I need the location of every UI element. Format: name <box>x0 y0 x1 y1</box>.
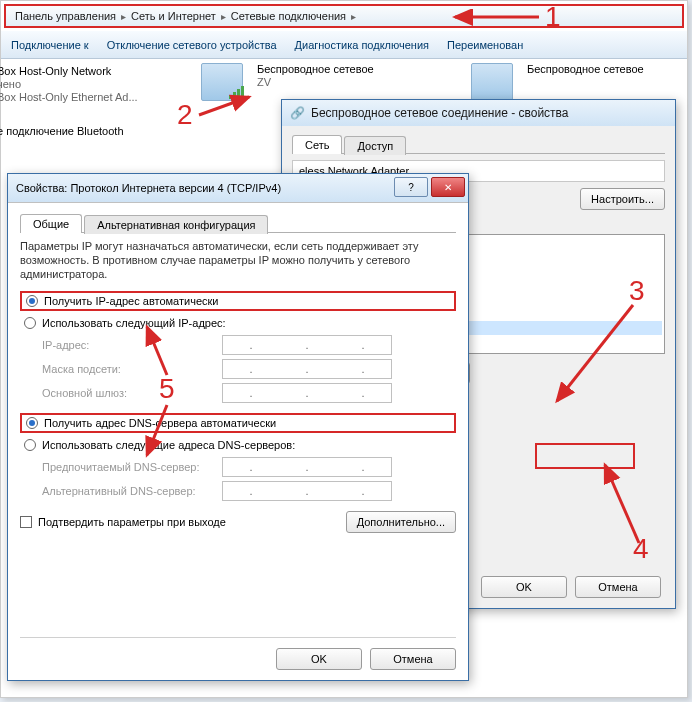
breadcrumb-item[interactable]: Сетевые подключения <box>228 10 349 22</box>
window-titlebar[interactable]: 🔗 Беспроводное сетевое соединение - свой… <box>282 100 675 126</box>
annotation-number: 1 <box>545 1 561 33</box>
tabs: Сеть Доступ <box>292 134 665 154</box>
ip-address-label: IP-адрес: <box>42 339 222 351</box>
radio-label: Получить адрес DNS-сервера автоматически <box>44 417 276 429</box>
tab-general[interactable]: Общие <box>20 214 82 233</box>
connection-adapter: Box Host-Only Ethernet Ad... <box>0 91 138 104</box>
advanced-button[interactable]: Дополнительно... <box>346 511 456 533</box>
radio-label: Получить IP-адрес автоматически <box>44 295 218 307</box>
toolbar: Подключение к Отключение сетевого устрой… <box>1 31 687 59</box>
wifi-signal-icon <box>229 85 244 99</box>
tab-network[interactable]: Сеть <box>292 135 342 154</box>
dns1-label: Предпочитаемый DNS-сервер: <box>42 461 222 473</box>
chevron-right-icon: ▸ <box>219 11 228 22</box>
connection-name: Box Host-Only Network <box>0 65 138 78</box>
radio-icon <box>26 417 38 429</box>
breadcrumb-item[interactable]: Панель управления <box>12 10 119 22</box>
connection-network: ZV <box>257 76 374 89</box>
tabs: Общие Альтернативная конфигурация <box>20 213 456 233</box>
ip-address-input: ... <box>222 335 392 355</box>
window-title: Беспроводное сетевое соединение - свойст… <box>311 106 569 120</box>
gateway-label: Основной шлюз: <box>42 387 222 399</box>
validate-checkbox-row[interactable]: Подтвердить параметры при выходе Дополни… <box>20 511 456 533</box>
dns1-input: ... <box>222 457 392 477</box>
radio-ip-auto[interactable]: Получить IP-адрес автоматически <box>20 291 456 311</box>
radio-icon <box>26 295 38 307</box>
radio-label: Использовать следующий IP-адрес: <box>42 317 226 329</box>
radio-icon <box>24 439 36 451</box>
radio-icon <box>24 317 36 329</box>
chevron-right-icon: ▸ <box>119 11 128 22</box>
connection-item[interactable]: е подключение Bluetooth <box>0 125 124 138</box>
breadcrumb-item[interactable]: Сеть и Интернет <box>128 10 219 22</box>
connection-item[interactable]: Беспроводное сетевое ZV <box>201 63 374 101</box>
annotation-number: 2 <box>177 99 193 131</box>
dns2-label: Альтернативный DNS-сервер: <box>42 485 222 497</box>
network-adapter-icon <box>471 63 513 101</box>
ok-button[interactable]: OK <box>481 576 567 598</box>
close-button[interactable]: ✕ <box>431 177 465 197</box>
connection-name: Беспроводное сетевое <box>257 63 374 76</box>
connection-name: Беспроводное сетевое <box>527 63 644 76</box>
annotation-number: 5 <box>159 373 175 405</box>
gateway-input: ... <box>222 383 392 403</box>
breadcrumb[interactable]: Панель управления ▸ Сеть и Интернет ▸ Се… <box>4 4 684 28</box>
checkbox-label: Подтвердить параметры при выходе <box>38 516 226 528</box>
network-icon: 🔗 <box>290 106 305 120</box>
subnet-mask-label: Маска подсети: <box>42 363 222 375</box>
window-title: Свойства: Протокол Интернета версии 4 (T… <box>16 182 281 194</box>
ipv4-properties-window: Свойства: Протокол Интернета версии 4 (T… <box>7 173 469 681</box>
window-titlebar[interactable]: Свойства: Протокол Интернета версии 4 (T… <box>8 174 468 202</box>
dns2-input: ... <box>222 481 392 501</box>
radio-ip-manual[interactable]: Использовать следующий IP-адрес: <box>20 315 456 331</box>
radio-dns-manual[interactable]: Использовать следующие адреса DNS-сервер… <box>20 437 456 453</box>
chevron-right-icon: ▸ <box>349 11 358 22</box>
annotation-number: 3 <box>629 275 645 307</box>
help-button[interactable]: ? <box>394 177 428 197</box>
connection-status: чено <box>0 78 138 91</box>
checkbox-icon <box>20 516 32 528</box>
cancel-button[interactable]: Отмена <box>370 648 456 670</box>
toolbar-connect[interactable]: Подключение к <box>11 39 89 51</box>
connection-item[interactable]: Беспроводное сетевое <box>471 63 644 101</box>
subnet-mask-input: ... <box>222 359 392 379</box>
description-text: Параметры IP могут назначаться автоматич… <box>20 239 456 281</box>
radio-dns-auto[interactable]: Получить адрес DNS-сервера автоматически <box>20 413 456 433</box>
radio-label: Использовать следующие адреса DNS-сервер… <box>42 439 295 451</box>
connection-name: е подключение Bluetooth <box>0 125 124 138</box>
tab-access[interactable]: Доступ <box>344 136 406 155</box>
cancel-button[interactable]: Отмена <box>575 576 661 598</box>
toolbar-rename[interactable]: Переименован <box>447 39 523 51</box>
connection-item[interactable]: Box Host-Only Network чено Box Host-Only… <box>0 65 138 104</box>
toolbar-diagnose[interactable]: Диагностика подключения <box>295 39 429 51</box>
toolbar-disable[interactable]: Отключение сетевого устройства <box>107 39 277 51</box>
tab-alternate[interactable]: Альтернативная конфигурация <box>84 215 268 234</box>
annotation-number: 4 <box>633 533 649 565</box>
ok-button[interactable]: OK <box>276 648 362 670</box>
configure-button[interactable]: Настроить... <box>580 188 665 210</box>
